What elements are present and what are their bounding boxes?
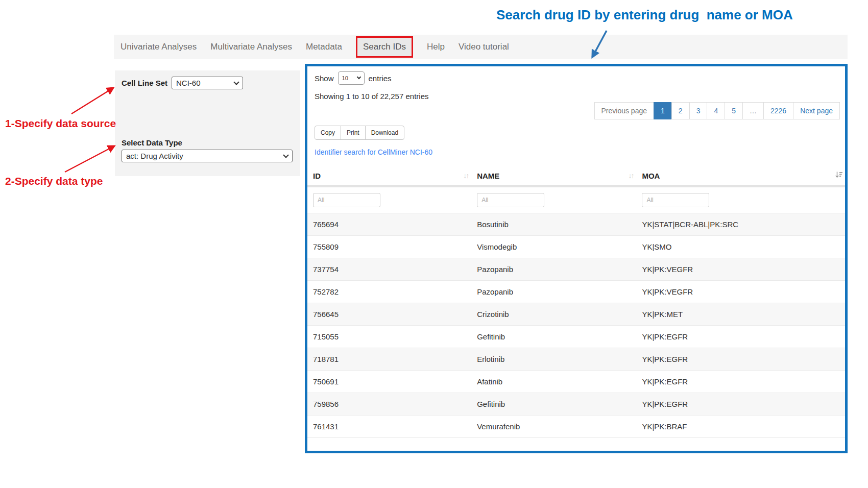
chevron-down-icon xyxy=(283,152,288,158)
moa-filter-input[interactable] xyxy=(642,193,709,207)
sort-both-icon[interactable]: ↓↑ xyxy=(463,172,468,180)
page-button-1[interactable]: 1 xyxy=(654,102,672,119)
print-button[interactable]: Print xyxy=(341,126,366,140)
red-arrow-1-icon xyxy=(71,88,113,114)
identifier-search-link[interactable]: Identifier search for CellMiner NCI-60 xyxy=(315,148,432,156)
chevron-down-icon xyxy=(356,75,360,79)
data-type-label: Select Data Type xyxy=(122,138,182,147)
entries-label: entries xyxy=(369,74,392,83)
pagination: Previous page 1 2 3 4 5 … 2226 Next page xyxy=(595,102,840,119)
data-type-select[interactable]: act: Drug Activity xyxy=(122,150,293,162)
cell-line-set-value: NCI-60 xyxy=(176,79,201,87)
chevron-down-icon xyxy=(233,79,239,85)
table-row[interactable]: 737754PazopanibYK|PK:VEGFR xyxy=(307,258,845,281)
page-button-4[interactable]: 4 xyxy=(707,102,725,119)
table-row[interactable]: 715055GefitinibYK|PK:EGFR xyxy=(307,326,845,348)
column-header-moa[interactable]: MOA xyxy=(636,166,845,186)
previous-page-button[interactable]: Previous page xyxy=(594,102,655,119)
table-row[interactable]: 718781ErlotinibYK|PK:EGFR xyxy=(307,348,845,371)
cell-line-set-label: Cell Line Set xyxy=(122,79,167,87)
results-table: ID ↓↑ NAME ↓↑ MOA xyxy=(307,166,845,438)
nav-item-univariate-analyses[interactable]: Univariate Analyses xyxy=(120,42,197,52)
cell-line-set-select[interactable]: NCI-60 xyxy=(172,77,243,89)
column-header-id[interactable]: ID ↓↑ xyxy=(307,166,471,186)
export-button-group: Copy Print Download xyxy=(315,126,404,140)
show-label: Show xyxy=(315,74,334,83)
sort-descending-icon[interactable] xyxy=(835,170,843,181)
page-button-5[interactable]: 5 xyxy=(725,102,743,119)
annotation-step1: 1-Specify data source xyxy=(5,117,116,130)
next-page-button[interactable]: Next page xyxy=(793,102,840,119)
page-button-3[interactable]: 3 xyxy=(689,102,708,119)
filter-row xyxy=(307,186,845,213)
table-row[interactable]: 761431VemurafenibYK|PK:BRAF xyxy=(307,416,845,438)
top-navbar: Univariate Analyses Multivariate Analyse… xyxy=(114,35,848,59)
column-header-id-label: ID xyxy=(313,172,321,180)
table-row[interactable]: 765694BosutinibYK|STAT|BCR-ABL|PK:SRC xyxy=(307,213,845,236)
page-button-2[interactable]: 2 xyxy=(671,102,690,119)
annotation-step2: 2-Specify data type xyxy=(5,175,103,187)
table-row[interactable]: 750691AfatinibYK|PK:EGFR xyxy=(307,371,845,393)
nav-item-help[interactable]: Help xyxy=(427,42,445,52)
page-length-value: 10 xyxy=(342,75,348,81)
header-row: ID ↓↑ NAME ↓↑ MOA xyxy=(307,166,845,186)
page-length-select[interactable]: 10 xyxy=(338,71,365,85)
column-header-name-label: NAME xyxy=(477,172,499,180)
column-header-name[interactable]: NAME ↓↑ xyxy=(471,166,636,186)
id-filter-input[interactable] xyxy=(313,193,380,207)
table-row[interactable]: 756645CrizotinibYK|PK:MET xyxy=(307,303,845,326)
table-row[interactable]: 752782PazopanibYK|PK:VEGFR xyxy=(307,281,845,303)
nav-item-multivariate-analyses[interactable]: Multivariate Analyses xyxy=(210,42,292,52)
red-arrow-2-icon xyxy=(65,146,114,172)
nav-item-video-tutorial[interactable]: Video tutorial xyxy=(459,42,509,52)
name-filter-input[interactable] xyxy=(477,193,544,207)
table-row[interactable]: 755809VismodegibYK|SMO xyxy=(307,236,845,258)
nav-item-metadata[interactable]: Metadata xyxy=(306,42,342,52)
annotation-heading: Search drug ID by entering drug name or … xyxy=(496,7,793,23)
data-source-panel: Cell Line Set NCI-60 Select Data Type ac… xyxy=(115,70,300,176)
showing-entries-status: Showing 1 to 10 of 22,257 entries xyxy=(315,92,429,101)
page-ellipsis: … xyxy=(742,102,764,119)
nav-item-search-ids[interactable]: Search IDs xyxy=(356,36,413,58)
results-table-wrap: ID ↓↑ NAME ↓↑ MOA xyxy=(307,166,845,438)
page-button-2226[interactable]: 2226 xyxy=(763,102,793,119)
table-row[interactable]: 759856GefitinibYK|PK:EGFR xyxy=(307,393,845,416)
show-entries-row: Show 10 entries xyxy=(315,71,392,85)
search-results-box: Show 10 entries Showing 1 to 10 of 22,25… xyxy=(305,64,848,453)
data-type-value: act: Drug Activity xyxy=(126,152,183,160)
copy-button[interactable]: Copy xyxy=(315,126,341,140)
column-header-moa-label: MOA xyxy=(642,172,660,180)
download-button[interactable]: Download xyxy=(365,126,404,140)
sort-both-icon[interactable]: ↓↑ xyxy=(628,172,633,180)
